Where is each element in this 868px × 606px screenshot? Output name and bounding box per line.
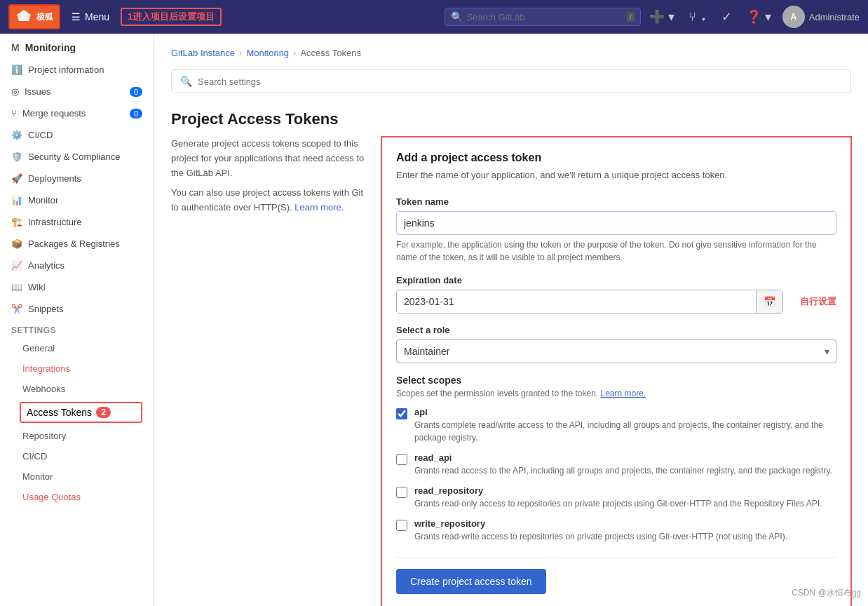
scope-read-api-desc: Grants read access to the API, including… (414, 466, 832, 476)
sidebar-item-integrations[interactable]: Integrations (0, 358, 154, 379)
sidebar-item-security-compliance[interactable]: 🛡️ Security & Compliance (0, 146, 154, 168)
analytics-icon: 📈 (11, 260, 22, 271)
scope-api-desc: Grants complete read/write access to the… (414, 420, 823, 443)
help-icon-button[interactable]: ❓ ▾ (743, 6, 774, 27)
sidebar-item-project-information[interactable]: ℹ️ Project information (0, 59, 154, 81)
user-menu[interactable]: A Administrate (782, 6, 860, 28)
wiki-icon: 📖 (11, 282, 22, 292)
scope-read-repository-desc: Grants read-only access to repositories … (414, 499, 822, 509)
menu-icon: ☰ (72, 11, 81, 22)
scopes-learn-more-link[interactable]: Learn more. (601, 389, 646, 398)
form-section-desc: Enter the name of your application, and … (396, 168, 836, 182)
deployments-icon: 🚀 (11, 173, 22, 184)
sidebar-item-cicd[interactable]: ⚙️ CI/CD (0, 124, 154, 146)
expiration-annotation: 自行设置 (800, 295, 836, 308)
issues-icon: ◎ (11, 86, 19, 97)
sidebar-item-deployments[interactable]: 🚀 Deployments (0, 168, 154, 189)
scope-api-checkbox[interactable] (396, 408, 407, 419)
menu-button[interactable]: ☰ Menu (66, 8, 115, 25)
sidebar-item-infrastructure[interactable]: 🏗️ Infrastructure (0, 211, 154, 233)
scopes-group: Select scopes Scopes set the permission … (396, 375, 836, 543)
scope-read-repository-name: read_repository (414, 485, 822, 496)
sidebar: M Monitoring ℹ️ Project information ◎ Is… (0, 34, 154, 606)
description-1: Generate project access tokens scoped to… (171, 137, 365, 180)
infrastructure-icon: 🏗️ (11, 217, 22, 227)
search-icon: 🔍 (451, 11, 463, 22)
role-select[interactable]: Guest Reporter Developer Maintainer Owne… (396, 339, 836, 363)
sidebar-item-analytics[interactable]: 📈 Analytics (0, 255, 154, 276)
content-grid: Generate project access tokens scoped to… (171, 137, 851, 606)
create-token-button[interactable]: Create project access token (396, 569, 546, 594)
expiration-date-group: Expiration date 📅 自行设置 (396, 275, 836, 314)
sidebar-item-merge-requests[interactable]: ⑂ Merge requests 0 (0, 102, 154, 124)
topnav: 极狐 ☰ Menu 1进入项目后设置项目 🔍 / ➕ ▾ ⑂ ▾ ✓ ❓ ▾ A… (0, 0, 868, 34)
sidebar-item-label: Monitor (28, 195, 58, 206)
sidebar-item-label: Project information (28, 65, 104, 75)
avatar: A (782, 6, 805, 28)
scope-write-repository-desc: Grants read-write access to repositories… (414, 532, 787, 541)
main-content: GitLab Instance › Monitoring › Access To… (154, 34, 868, 606)
scope-write-repository-checkbox[interactable] (396, 520, 407, 531)
scope-read-repository-checkbox[interactable] (396, 487, 407, 498)
expiration-date-label: Expiration date (396, 275, 836, 285)
sidebar-item-webhooks[interactable]: Webhooks (0, 379, 154, 399)
sidebar-item-cicd-settings[interactable]: CI/CD (0, 446, 154, 466)
sidebar-item-packages-registries[interactable]: 📦 Packages & Registries (0, 233, 154, 255)
token-name-label: Token name (396, 196, 836, 207)
sidebar-item-label: Merge requests (22, 108, 86, 119)
scope-write-repository: write_repository Grants read-write acces… (396, 518, 836, 543)
sidebar-item-label: Snippets (28, 304, 64, 314)
sidebar-item-access-tokens-wrapper[interactable]: Access Tokens 2 (20, 402, 142, 423)
scope-write-repository-name: write_repository (414, 518, 787, 529)
sidebar-item-usage-quotas[interactable]: Usage Quotas (0, 487, 154, 507)
search-input[interactable] (467, 12, 623, 22)
search-bar[interactable]: 🔍 / (445, 8, 641, 26)
sidebar-item-label: Deployments (28, 173, 81, 184)
merge-requests-icon-button[interactable]: ⑂ ▾ (686, 7, 710, 27)
sidebar-item-label: Issues (25, 86, 51, 97)
sidebar-item-general[interactable]: General (0, 338, 154, 358)
breadcrumb-gitlab-instance[interactable]: GitLab Instance (171, 48, 235, 58)
monitor-icon: 📊 (11, 195, 22, 206)
settings-search-input[interactable] (198, 76, 842, 87)
role-label: Select a role (396, 325, 836, 335)
breadcrumb-monitoring[interactable]: Monitoring (246, 48, 289, 58)
calendar-icon[interactable]: 📅 (756, 290, 782, 313)
expiration-date-wrapper[interactable]: 📅 (396, 290, 783, 314)
sidebar-item-monitor-settings[interactable]: Monitor (0, 466, 154, 487)
search-shortcut: / (627, 12, 635, 22)
token-name-input[interactable] (396, 211, 836, 235)
scope-api-details: api Grants complete read/write access to… (414, 407, 836, 444)
merge-requests-icon: ⑂ (11, 108, 17, 119)
sidebar-item-wiki[interactable]: 📖 Wiki (0, 276, 154, 298)
settings-search-bar[interactable]: 🔍 (171, 69, 851, 93)
sidebar-item-label: Infrastructure (28, 217, 82, 227)
project-information-icon: ℹ️ (11, 65, 22, 75)
sidebar-item-label: CI/CD (28, 130, 53, 140)
sidebar-item-snippets[interactable]: ✂️ Snippets (0, 298, 154, 320)
scopes-desc: Scopes set the permission levels granted… (396, 389, 836, 398)
sidebar-item-issues[interactable]: ◎ Issues 0 (0, 81, 154, 102)
security-icon: 🛡️ (11, 152, 22, 162)
scope-read-repository-details: read_repository Grants read-only access … (414, 485, 822, 510)
scope-read-api-checkbox[interactable] (396, 454, 407, 465)
new-item-button[interactable]: ➕ ▾ (646, 6, 677, 27)
scope-read-api: read_api Grants read access to the API, … (396, 452, 836, 477)
logo: 极狐 (8, 4, 60, 29)
sidebar-monitoring-label: Monitoring (25, 42, 76, 53)
snippets-icon: ✂️ (11, 304, 22, 314)
scopes-title: Select scopes (396, 375, 836, 386)
logo-text: 极狐 (36, 11, 53, 23)
username: Administrate (809, 12, 860, 22)
todos-icon-button[interactable]: ✓ (719, 6, 735, 27)
breadcrumb: GitLab Instance › Monitoring › Access To… (171, 48, 851, 58)
sidebar-item-monitor[interactable]: 📊 Monitor (0, 189, 154, 211)
learn-more-link[interactable]: Learn more. (294, 202, 344, 213)
settings-group-header: Settings (0, 320, 154, 338)
expiration-date-input[interactable] (397, 290, 756, 313)
sidebar-item-label: Analytics (28, 260, 65, 271)
breadcrumb-sep-2: › (293, 48, 296, 58)
role-select-wrapper[interactable]: Guest Reporter Developer Maintainer Owne… (396, 339, 836, 363)
sidebar-item-repository[interactable]: Repository (0, 426, 154, 446)
issues-badge: 0 (130, 87, 142, 97)
